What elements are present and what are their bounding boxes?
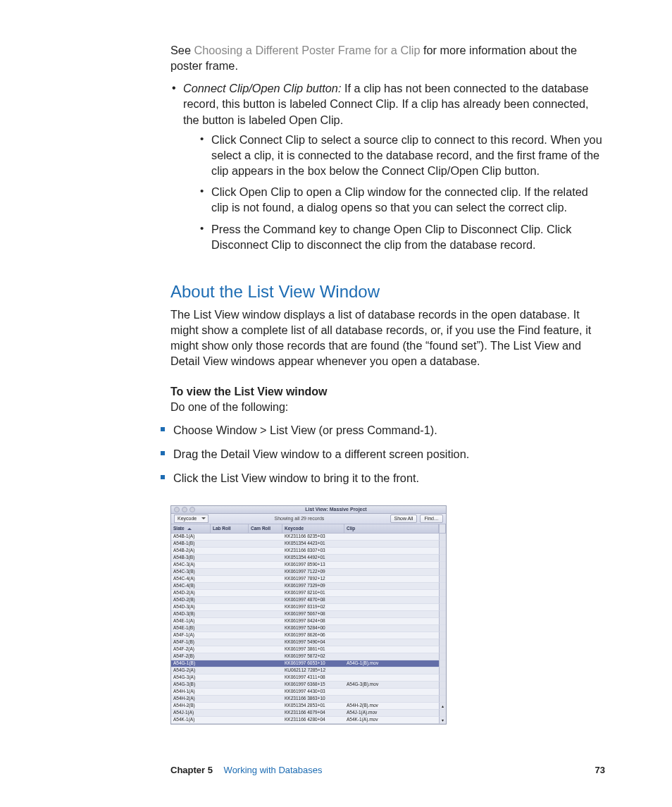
table-cell[interactable]: [344, 696, 439, 703]
table-cell[interactable]: [249, 653, 282, 660]
column-header-slate[interactable]: Slate: [171, 524, 211, 534]
table-cell[interactable]: [211, 660, 249, 667]
table-cell[interactable]: [344, 646, 439, 653]
table-cell[interactable]: A54D-2(B): [171, 597, 211, 604]
scrollbar-track[interactable]: [439, 682, 446, 689]
table-cell[interactable]: KK231166 3863+10: [282, 696, 344, 703]
scrollbar-track[interactable]: [439, 639, 446, 646]
scrollbar-track[interactable]: [439, 569, 446, 576]
table-cell[interactable]: A54F-1(A): [171, 632, 211, 639]
table-cell[interactable]: [344, 597, 439, 604]
table-cell[interactable]: [211, 611, 249, 618]
table-cell[interactable]: [211, 717, 249, 724]
table-cell[interactable]: [344, 639, 439, 646]
table-cell[interactable]: [249, 618, 282, 625]
table-cell[interactable]: [344, 632, 439, 639]
table-cell[interactable]: [344, 653, 439, 660]
table-cell[interactable]: [249, 562, 282, 569]
table-cell[interactable]: KK061997 5872+02: [282, 653, 344, 660]
scrollbar-track[interactable]: [439, 604, 446, 611]
table-cell[interactable]: [344, 590, 439, 597]
table-cell[interactable]: A54G-1(B): [171, 660, 211, 667]
table-cell[interactable]: A54G-1(B).mov: [344, 660, 439, 667]
table-cell[interactable]: A54E-1(A): [171, 618, 211, 625]
table-cell[interactable]: KK061997 7329+09: [282, 583, 344, 590]
table-cell[interactable]: A54J-1(A): [171, 710, 211, 717]
table-cell[interactable]: [344, 583, 439, 590]
table-cell[interactable]: A54D-3(A): [171, 604, 211, 611]
table-cell[interactable]: [344, 674, 439, 682]
table-cell[interactable]: [249, 576, 282, 583]
table-cell[interactable]: [249, 639, 282, 646]
scrollbar-track[interactable]: [439, 667, 446, 674]
table-cell[interactable]: A54F-1(B): [171, 639, 211, 646]
scrollbar-track[interactable]: [439, 611, 446, 618]
table-cell[interactable]: [211, 548, 249, 555]
table-cell[interactable]: [344, 618, 439, 625]
table-cell[interactable]: KK061997 7892+12: [282, 576, 344, 583]
scrollbar-track[interactable]: [439, 562, 446, 569]
table-cell[interactable]: [211, 618, 249, 625]
table-cell[interactable]: KK231166 8235+03: [282, 534, 344, 541]
scrollbar-track[interactable]: [439, 548, 446, 555]
table-cell[interactable]: A54G-3(B).mov: [344, 682, 439, 689]
table-cell[interactable]: KK231166 4079+04: [282, 710, 344, 717]
table-cell[interactable]: [249, 674, 282, 682]
table-cell[interactable]: [211, 646, 249, 653]
table-cell[interactable]: [211, 604, 249, 611]
table-cell[interactable]: A54G-3(B): [171, 682, 211, 689]
table-cell[interactable]: A54G-2(A): [171, 667, 211, 674]
table-cell[interactable]: A54C-3(A): [171, 562, 211, 569]
table-cell[interactable]: A54E-1(B): [171, 625, 211, 632]
table-cell[interactable]: [249, 646, 282, 653]
table-cell[interactable]: KK061997 8590+13: [282, 562, 344, 569]
table-cell[interactable]: A54B-1(A): [171, 534, 211, 541]
table-cell[interactable]: [344, 611, 439, 618]
table-cell[interactable]: KK061997 5490+04: [282, 639, 344, 646]
table-cell[interactable]: KK061997 8210+01: [282, 590, 344, 597]
table-cell[interactable]: A54H-1(A): [171, 689, 211, 696]
table-cell[interactable]: [211, 667, 249, 674]
table-cell[interactable]: [249, 689, 282, 696]
table-cell[interactable]: [211, 674, 249, 682]
table-cell[interactable]: [211, 632, 249, 639]
column-header-cam-roll[interactable]: Cam Roll: [249, 524, 282, 534]
table-cell[interactable]: [344, 667, 439, 674]
scrollbar-track[interactable]: [439, 583, 446, 590]
keycode-select[interactable]: Keycode: [174, 515, 209, 523]
table-cell[interactable]: [249, 548, 282, 555]
table-cell[interactable]: [211, 555, 249, 562]
table-cell[interactable]: A54D-3(B): [171, 611, 211, 618]
table-cell[interactable]: [249, 611, 282, 618]
table-cell[interactable]: A54B-3(B): [171, 555, 211, 562]
table-cell[interactable]: [249, 710, 282, 717]
table-cell[interactable]: [249, 583, 282, 590]
table-cell[interactable]: [211, 583, 249, 590]
table-cell[interactable]: [249, 569, 282, 576]
scrollbar-track[interactable]: [439, 555, 446, 562]
scrollbar-track[interactable]: [439, 541, 446, 548]
scrollbar-track[interactable]: [439, 646, 446, 653]
table-cell[interactable]: KK061997 7122+09: [282, 569, 344, 576]
table-cell[interactable]: KK061997 3861+01: [282, 646, 344, 653]
table-cell[interactable]: [344, 576, 439, 583]
table-cell[interactable]: [211, 682, 249, 689]
table-cell[interactable]: KK061997 5067+08: [282, 611, 344, 618]
table-cell[interactable]: KK231166 4280+04: [282, 717, 344, 724]
table-cell[interactable]: KK051354 4492+01: [282, 555, 344, 562]
table-cell[interactable]: [211, 576, 249, 583]
scrollbar-track[interactable]: [439, 660, 446, 667]
show-all-button[interactable]: Show All: [390, 515, 418, 523]
table-cell[interactable]: [249, 555, 282, 562]
table-cell[interactable]: A54D-2(A): [171, 590, 211, 597]
table-cell[interactable]: [249, 590, 282, 597]
table-cell[interactable]: A54B-2(A): [171, 548, 211, 555]
table-cell[interactable]: A54G-3(A): [171, 674, 211, 682]
table-cell[interactable]: [249, 625, 282, 632]
scroll-arrow-icon[interactable]: ▾: [439, 717, 446, 724]
table-cell[interactable]: [211, 562, 249, 569]
scrollbar-track[interactable]: [439, 597, 446, 604]
scrollbar-track[interactable]: [439, 689, 446, 696]
table-cell[interactable]: [249, 541, 282, 548]
table-cell[interactable]: [344, 562, 439, 569]
